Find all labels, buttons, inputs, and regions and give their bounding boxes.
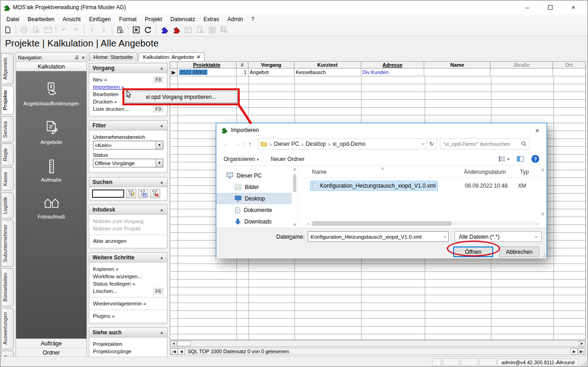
puzzle-blue-icon[interactable] — [159, 25, 170, 35]
new-folder-button[interactable]: Neuer Ordner — [271, 156, 305, 162]
dropdown-chevron-icon[interactable]: › — [533, 236, 540, 238]
last-record-button[interactable]: ▶| — [578, 348, 585, 355]
print-preview-icon[interactable] — [30, 25, 41, 35]
side-tab-subunternehmer[interactable]: Subunternehmer — [1, 220, 14, 267]
col-projektakte[interactable]: Projektakte — [178, 62, 236, 69]
filter-run-button[interactable] — [126, 189, 136, 198]
mail-icon[interactable] — [42, 25, 53, 35]
menu-einfuegen[interactable]: Einfügen — [85, 15, 115, 23]
minimize-button[interactable]: – — [522, 4, 532, 11]
move-up-icon[interactable]: ⇧ — [86, 25, 98, 35]
action-akte-anzeigen[interactable]: Akte anzeigen — [89, 237, 167, 245]
dialog-resize-grip[interactable] — [541, 253, 545, 257]
menu-format[interactable]: Format — [115, 15, 141, 23]
crumb-desktop[interactable]: Desktop — [306, 141, 326, 147]
file-list-horizontal-scrollbar[interactable]: ‹› — [307, 220, 538, 227]
first-record-button[interactable]: |◀ — [170, 348, 178, 355]
nav-item-ordner[interactable]: Ordner — [16, 348, 86, 357]
col-adresse[interactable]: Adresse — [361, 62, 425, 69]
menu-hilfe[interactable]: ? — [247, 15, 259, 23]
action-status-festlegen[interactable]: Status festlegen » — [89, 280, 167, 287]
collapse-icon[interactable]: ▲ — [160, 207, 164, 212]
tree-item-downloads[interactable]: Downloads — [216, 216, 292, 227]
col-name[interactable]: Name — [424, 62, 490, 69]
scroll-down-icon[interactable]: ∨ — [541, 212, 544, 216]
address-chevron-icon[interactable]: › — [420, 143, 427, 145]
scroll-left-icon[interactable]: ◀ — [170, 341, 177, 346]
filename-combobox[interactable]: Konfiguration_Heizungstausch_xiopd_V1.0.… — [308, 231, 449, 242]
filter-define-button[interactable] — [138, 189, 148, 198]
forward-icon[interactable]: → — [235, 140, 241, 148]
tree-item-dieser-pc[interactable]: Dieser PC — [216, 170, 292, 181]
scroll-down-icon[interactable]: ∨ — [293, 222, 296, 227]
side-tab-service[interactable]: Service — [1, 116, 14, 143]
tab-home-startseite[interactable]: Home: Startseite — [89, 52, 138, 61]
print-icon[interactable] — [18, 25, 29, 35]
breadcrumb[interactable]: ›Dieser PC ›Desktop ›xi_opd-Demo › — [258, 138, 427, 149]
action-liste-drucken[interactable]: Liste drucken...F9 — [89, 105, 167, 113]
side-tab-auswertungen[interactable]: Auswertungen — [1, 308, 14, 349]
collapse-icon[interactable]: ▲ — [160, 330, 164, 335]
scrollbar-thumb[interactable] — [177, 341, 191, 346]
tree-item-bilder[interactable]: Bilder — [216, 181, 292, 193]
prev-record-button[interactable]: ◀ — [178, 348, 185, 355]
nav-item-fotoaufmass[interactable]: Fotoaufmaß — [16, 196, 86, 219]
action-projektakten[interactable]: Projektakten — [89, 340, 167, 348]
side-tab-allgemein[interactable]: Allgemein — [1, 53, 14, 84]
close-button[interactable]: × — [568, 4, 578, 11]
collapse-icon[interactable]: ▲ — [160, 66, 164, 70]
undo-icon[interactable]: ↶ — [58, 25, 69, 35]
scroll-up-icon[interactable]: ∧ — [293, 167, 296, 172]
puzzle-red-icon[interactable] — [171, 25, 182, 35]
help-icon[interactable]: ? — [531, 155, 539, 163]
organize-button[interactable]: Organisieren ▾ — [224, 156, 259, 162]
action-wiedervorlagetermin[interactable]: Wiedervorlagetermin » — [89, 300, 167, 307]
document-search-icon[interactable] — [115, 25, 126, 35]
dropdown-arrow-icon[interactable]: ▼ — [156, 159, 163, 167]
filter-unternehmensbereich-select[interactable]: <Kein>▼ — [93, 141, 163, 149]
col-vorgang[interactable]: Vorgang — [248, 62, 294, 69]
side-tab-regie[interactable]: Regie — [1, 143, 14, 166]
action-workflow[interactable]: Workflow anzeigen... — [89, 273, 167, 280]
window-icon[interactable] — [183, 25, 194, 35]
move-down-icon[interactable]: ⇩ — [98, 25, 110, 35]
nav-item-angebote[interactable]: Angebote — [16, 120, 86, 145]
navigation-section-header[interactable]: Kalkulation — [16, 62, 86, 71]
action-plugins[interactable]: Plugins » — [89, 312, 167, 320]
view-mode-button[interactable]: ▾ — [499, 156, 509, 162]
col-strasse[interactable]: Straße — [490, 62, 553, 69]
menu-datensatz[interactable]: Datensatz — [166, 15, 199, 23]
crumb-folder[interactable]: xi_opd-Demo — [333, 141, 365, 147]
col-ort[interactable]: Ort — [553, 62, 585, 69]
list-col-type[interactable]: Typ — [520, 169, 529, 175]
action-projektvorgaenge[interactable]: Projektvorgänge — [89, 348, 167, 355]
grid-find-icon[interactable] — [219, 25, 230, 35]
nav-item-auftraege[interactable]: Aufträge — [16, 339, 86, 348]
menu-datei[interactable]: Datei — [2, 15, 23, 23]
col-nr[interactable]: # — [236, 62, 248, 69]
pin-icon[interactable] — [75, 55, 79, 60]
scroll-up-icon[interactable]: ∧ — [541, 167, 544, 172]
menu-projekt[interactable]: Projekt — [141, 15, 166, 23]
collapse-icon[interactable]: ▲ — [160, 255, 164, 260]
nav-item-angebotsaufforderungen[interactable]: Angebotsaufforderungen — [16, 81, 86, 106]
collapse-icon[interactable]: ▲ — [160, 180, 164, 184]
collapse-icon[interactable]: ▲ — [160, 123, 164, 128]
history-chevron-icon[interactable]: › — [242, 143, 248, 145]
side-tab-kasse[interactable]: Kasse — [1, 167, 14, 191]
menu-extras[interactable]: Extras — [199, 15, 223, 23]
new-document-icon[interactable] — [2, 25, 13, 35]
close-tab-icon[interactable]: × — [197, 54, 200, 60]
scroll-right-icon[interactable]: ▶ — [579, 341, 585, 346]
dropdown-chevron-icon[interactable]: › — [442, 236, 448, 238]
document-find-icon[interactable] — [195, 25, 206, 35]
refresh-icon[interactable] — [143, 25, 154, 35]
file-list-vertical-scrollbar[interactable]: ∧∨ — [540, 166, 546, 218]
tree-item-dokumente[interactable]: Dokumente — [216, 204, 292, 216]
filter-status-select[interactable]: Offene Vorgänge▼ — [93, 159, 163, 167]
up-icon[interactable]: ↑ — [248, 140, 252, 148]
list-col-date[interactable]: Änderungsdatum — [464, 169, 520, 175]
menu-bearbeiten[interactable]: Bearbeiten — [23, 15, 58, 23]
action-kopieren[interactable]: Kopieren » — [89, 265, 167, 273]
tab-kalkulation-angebote[interactable]: Kalkulation: Angebote × — [138, 52, 205, 61]
